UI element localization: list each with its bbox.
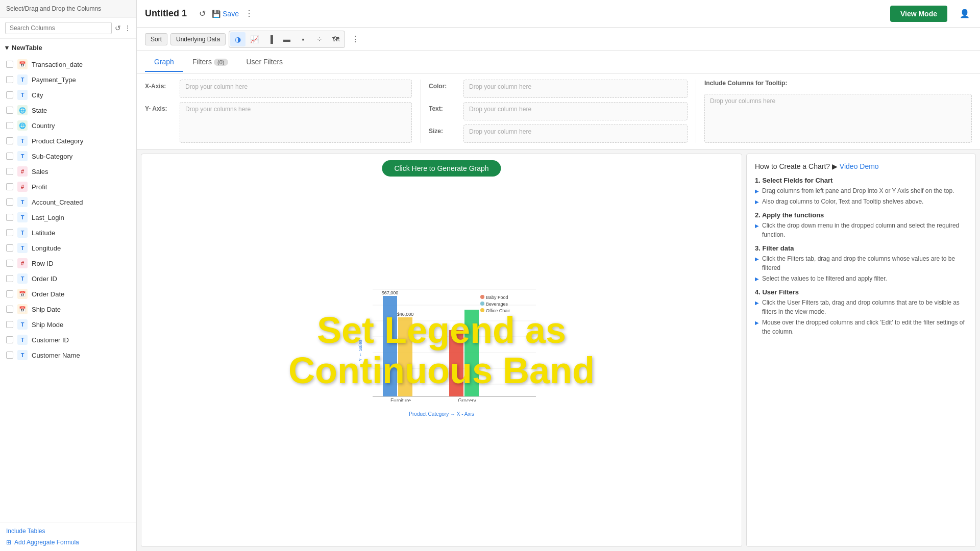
col-checkbox[interactable] (6, 153, 13, 160)
col-label: Row ID (32, 260, 54, 267)
col-label: State (32, 107, 47, 114)
generate-graph-button[interactable]: Click Here to Generate Graph (382, 160, 501, 177)
list-item[interactable]: T City (0, 87, 136, 103)
col-checkbox[interactable] (6, 244, 13, 252)
doc-title: Untitled 1 (145, 8, 187, 19)
col-type-icon: T (17, 151, 28, 161)
chart-config: X-Axis: Drop your column here Y- Axis: D… (137, 73, 980, 149)
col-checkbox[interactable] (6, 229, 13, 236)
chart-type-grouped[interactable]: ▪ (296, 32, 311, 46)
col-checkbox[interactable] (6, 214, 13, 221)
list-item[interactable]: 📅 Order Date (0, 286, 136, 302)
bullet-arrow-icon: ▶ (755, 222, 759, 230)
tooltip-drop-zone[interactable]: Drop your columns here (704, 94, 972, 143)
col-checkbox[interactable] (6, 290, 13, 297)
list-item[interactable]: # Sales (0, 164, 136, 179)
col-checkbox[interactable] (6, 122, 13, 129)
y-axis-drop-zone[interactable]: Drop your columns here (180, 102, 412, 143)
col-checkbox[interactable] (6, 306, 13, 313)
col-label: City (32, 91, 43, 99)
chart-type-bar[interactable]: ▐ (263, 32, 278, 46)
col-label: Last_Login (32, 214, 64, 221)
list-item[interactable]: T Customer Name (0, 347, 136, 363)
chart-type-line[interactable]: 📈 (247, 32, 262, 46)
list-item[interactable]: T Latitude (0, 225, 136, 240)
list-item[interactable]: T Account_Created (0, 194, 136, 210)
video-demo-link[interactable]: Video Demo (840, 162, 879, 170)
svg-point-26 (480, 302, 484, 306)
list-item[interactable]: T Last_Login (0, 210, 136, 225)
save-button[interactable]: 💾 Save (212, 10, 239, 18)
col-checkbox[interactable] (6, 183, 13, 190)
col-checkbox[interactable] (6, 260, 13, 267)
chart-type-bar-h[interactable]: ▬ (279, 32, 295, 46)
more-options-icon[interactable]: ⋮ (243, 8, 255, 19)
list-item[interactable]: 📅 Ship Date (0, 302, 136, 317)
add-formula-link[interactable]: ⊞ Add Aggregate Formula (6, 539, 130, 546)
col-type-icon: T (17, 273, 28, 284)
col-checkbox[interactable] (6, 91, 13, 98)
toolbar-more-button[interactable]: ⋮ (348, 33, 362, 45)
list-item[interactable]: 🌐 State (0, 103, 136, 118)
col-label: Country (32, 122, 55, 130)
tab-graph[interactable]: Graph (145, 53, 183, 72)
col-checkbox[interactable] (6, 336, 13, 343)
help-bullet: ▶ Also drag columns to Color, Text and T… (755, 197, 967, 206)
search-bar: ↺ ⋮ (0, 18, 136, 39)
col-label: Customer Name (32, 352, 80, 359)
col-checkbox[interactable] (6, 137, 13, 144)
underlying-data-button[interactable]: Underlying Data (170, 33, 226, 45)
col-checkbox[interactable] (6, 168, 13, 175)
help-step: 1. Select Fields for Chart ▶ Drag column… (755, 177, 967, 206)
col-checkbox[interactable] (6, 198, 13, 206)
list-item[interactable]: T Payment_Type (0, 72, 136, 87)
chevron-down-icon: ▾ (5, 44, 9, 52)
table-group-header[interactable]: ▾ NewTable (5, 42, 131, 54)
list-item[interactable]: T Order ID (0, 271, 136, 286)
list-item[interactable]: T Product Category (0, 133, 136, 148)
color-drop-zone[interactable]: Drop your column here (463, 80, 688, 98)
list-item[interactable]: T Sub-Category (0, 148, 136, 164)
list-item[interactable]: 🌐 Country (0, 118, 136, 133)
text-drop-zone[interactable]: Drop your column here (463, 102, 688, 120)
size-drop-zone[interactable]: Drop your column here (463, 124, 688, 143)
x-axis-drop-zone[interactable]: Drop your column here (180, 80, 412, 98)
help-title: How to Create a Chart? ▶ Video Demo (755, 162, 967, 170)
list-item[interactable]: # Row ID (0, 256, 136, 271)
svg-rect-18 (449, 330, 463, 396)
list-item[interactable]: T Ship Mode (0, 317, 136, 332)
list-item[interactable]: 📅 Transaction_date (0, 57, 136, 72)
search-input[interactable] (5, 22, 112, 34)
col-label: Longitude (32, 244, 61, 252)
include-tables-link[interactable]: Include Tables (6, 528, 130, 535)
col-checkbox[interactable] (6, 352, 13, 359)
view-mode-button[interactable]: View Mode (890, 6, 947, 22)
tab-user-filters[interactable]: User Filters (237, 53, 292, 72)
svg-text:Office Chair: Office Chair (486, 308, 510, 313)
bullet-arrow-icon: ▶ (755, 187, 759, 195)
chart-type-map[interactable]: 🗺 (328, 32, 344, 46)
col-type-icon: 🌐 (17, 105, 28, 115)
sort-button[interactable]: Sort (145, 33, 167, 45)
col-label: Ship Date (32, 306, 61, 313)
list-item[interactable]: T Customer ID (0, 332, 136, 347)
chart-type-scatter[interactable]: ⁘ (312, 32, 327, 46)
col-checkbox[interactable] (6, 76, 13, 83)
col-label: Latitude (32, 229, 55, 237)
color-label: Color: (429, 80, 459, 90)
more-icon[interactable]: ⋮ (124, 24, 131, 32)
col-checkbox[interactable] (6, 61, 13, 68)
refresh-doc-icon[interactable]: ↺ (197, 8, 208, 19)
col-checkbox[interactable] (6, 321, 13, 328)
col-checkbox[interactable] (6, 275, 13, 282)
sidebar: Select/Drag and Drop the Columns ↺ ⋮ ▾ N… (0, 0, 137, 551)
col-checkbox[interactable] (6, 107, 13, 114)
list-item[interactable]: T Longitude (0, 240, 136, 256)
svg-point-24 (480, 295, 484, 299)
tab-filters[interactable]: Filters(0) (183, 53, 237, 72)
list-item[interactable]: # Profit (0, 179, 136, 194)
col-type-icon: 📅 (17, 304, 28, 314)
refresh-icon[interactable]: ↺ (115, 24, 121, 32)
chart-type-pie[interactable]: ◑ (230, 32, 246, 46)
account-icon[interactable]: 👤 (958, 8, 972, 19)
